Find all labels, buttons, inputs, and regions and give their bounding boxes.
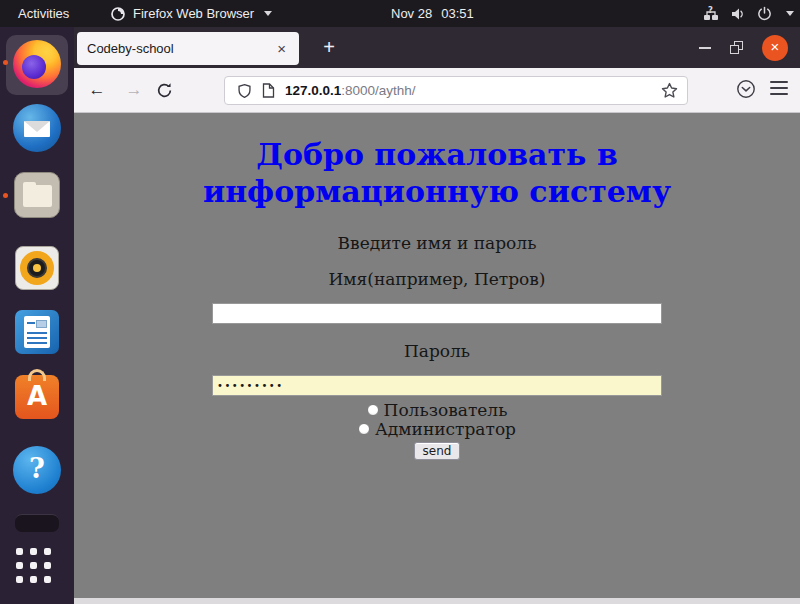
- password-input[interactable]: [212, 375, 662, 396]
- forward-button[interactable]: →: [119, 75, 149, 105]
- ubuntu-software-icon: A: [15, 375, 59, 419]
- show-applications-icon: [16, 548, 61, 583]
- dock-item-ubuntu-software[interactable]: A: [13, 373, 61, 421]
- back-button[interactable]: ←: [82, 75, 112, 105]
- svg-text:?: ?: [708, 6, 713, 15]
- page-info-icon[interactable]: [262, 83, 275, 98]
- minimize-icon[interactable]: [699, 47, 711, 49]
- libreoffice-writer-icon: [15, 310, 59, 354]
- role-radio-group: Пользователь Администратор: [74, 400, 800, 438]
- app-menu-firefox[interactable]: Firefox Web Browser: [110, 0, 272, 27]
- firefox-toolbar: ← → 127.0.0.1:8000/aythh/: [74, 68, 800, 113]
- files-icon: [14, 172, 60, 218]
- dock-item-firefox[interactable]: [13, 40, 61, 88]
- firefox-icon: [13, 40, 61, 88]
- hamburger-menu-icon[interactable]: [770, 81, 788, 95]
- dock-item-dark-app[interactable]: [13, 514, 61, 534]
- system-status-menu[interactable]: ?: [703, 0, 797, 27]
- dark-app-icon: [15, 514, 59, 532]
- name-input[interactable]: [212, 303, 662, 324]
- dock-item-thunderbird[interactable]: [13, 104, 61, 152]
- reload-icon[interactable]: [156, 82, 173, 99]
- network-question-icon: ?: [703, 6, 719, 22]
- gnome-top-bar: Activities Firefox Web Browser Nov 28 03…: [0, 0, 800, 27]
- radio-button-icon[interactable]: [367, 404, 379, 416]
- app-menu-label: Firefox Web Browser: [133, 6, 254, 21]
- chevron-down-icon: [786, 11, 794, 16]
- clock-date: Nov 28: [391, 6, 432, 21]
- password-field-label: Пароль: [74, 341, 800, 361]
- running-indicator: [3, 193, 8, 198]
- pocket-icon[interactable]: [736, 79, 756, 99]
- activities-button[interactable]: Activities: [18, 6, 69, 21]
- bookmark-star-icon[interactable]: [661, 82, 678, 99]
- url-text: 127.0.0.1:8000/aythh/: [285, 83, 416, 98]
- rhythmbox-icon: [15, 246, 59, 290]
- power-icon: [757, 6, 772, 21]
- dock-item-files[interactable]: [13, 171, 61, 219]
- window-controls: ×: [699, 27, 788, 68]
- shield-icon[interactable]: [237, 83, 252, 99]
- clock-time: 03:51: [441, 6, 474, 21]
- dock-item-libreoffice-writer[interactable]: [13, 308, 61, 356]
- help-icon: ?: [13, 446, 61, 494]
- radio-admin-label[interactable]: Администратор: [375, 419, 516, 439]
- page-title: Добро пожаловать в информационную систем…: [157, 136, 717, 210]
- clock-menu[interactable]: Nov 28 03:51: [391, 0, 474, 27]
- dock-item-help[interactable]: ?: [13, 446, 61, 494]
- web-page-content: Добро пожаловать в информационную систем…: [74, 113, 800, 598]
- name-field-label: Имя(например, Петров): [74, 269, 800, 289]
- tab-codeby-school[interactable]: Codeby-school ×: [77, 32, 299, 65]
- running-indicator: [3, 60, 8, 65]
- url-host: 127.0.0.1: [285, 83, 341, 98]
- window-bottom-edge: [74, 598, 800, 604]
- thunderbird-icon: [13, 104, 61, 152]
- tab-close-icon[interactable]: ×: [274, 41, 289, 56]
- tab-title: Codeby-school: [87, 41, 174, 56]
- dock-item-rhythmbox[interactable]: [13, 244, 61, 292]
- new-tab-button[interactable]: +: [314, 33, 344, 63]
- url-path: :8000/aythh/: [341, 83, 415, 98]
- chevron-down-icon: [264, 11, 272, 16]
- subtitle-label: Введите имя и пароль: [74, 233, 800, 253]
- volume-icon: [730, 6, 746, 22]
- address-bar[interactable]: 127.0.0.1:8000/aythh/: [224, 76, 688, 105]
- close-icon[interactable]: ×: [762, 35, 788, 61]
- restore-icon[interactable]: [730, 41, 743, 54]
- radio-user-label[interactable]: Пользователь: [384, 400, 508, 420]
- send-button[interactable]: send: [414, 442, 461, 460]
- ubuntu-dock: A ?: [0, 27, 74, 604]
- firefox-symbolic-icon: [110, 6, 126, 22]
- firefox-tab-bar: Codeby-school × + ×: [74, 27, 800, 68]
- radio-option-admin[interactable]: Администратор: [74, 419, 800, 438]
- radio-option-user[interactable]: Пользователь: [74, 400, 800, 419]
- show-applications-button[interactable]: [13, 545, 61, 593]
- radio-button-icon[interactable]: [358, 423, 370, 435]
